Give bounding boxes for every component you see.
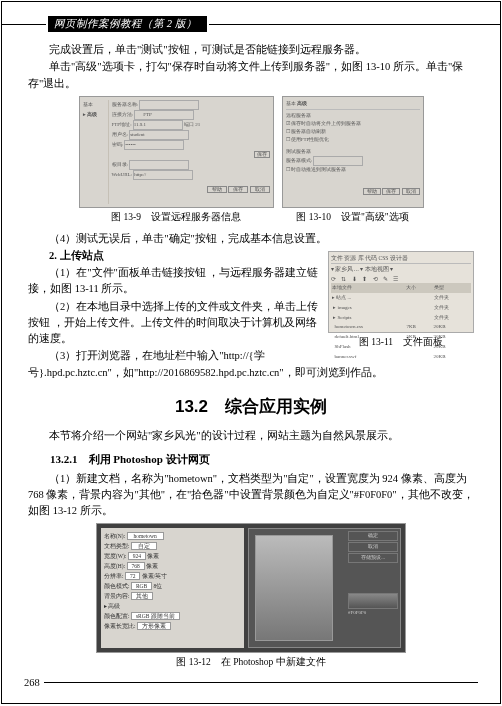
- section-title: 13.2 综合应用实例: [28, 394, 474, 420]
- page-footer: 268: [24, 677, 478, 688]
- figure-13-9: 基本▸ 高级 服务器名称: 连接方法: FTP FTP地址: 11.9.1 端口…: [79, 96, 274, 208]
- figure-13-11-wrap: 文件 资源 库 代码 CSS 设计器 ▾ 家乡风… ▾ 本地视图 ▾ ⟳ ⇅ ⬇…: [328, 251, 474, 354]
- page-header: 网页制作案例教程（第 2 版）: [2, 16, 500, 32]
- paragraph: （1）新建文档，名称为"hometown"，文档类型为"自定"，设置宽度为 92…: [28, 471, 474, 520]
- page-number: 268: [24, 677, 40, 688]
- page-content: 完成设置后，单击"测试"按钮，可测试是否能链接到远程服务器。 单击"高级"选项卡…: [2, 32, 500, 670]
- figure-row: 基本▸ 高级 服务器名称: 连接方法: FTP FTP地址: 11.9.1 端口…: [28, 96, 474, 229]
- figure-13-12: 名称(N): hometown 文档类型: 自定 宽度(W): 924 像素 高…: [96, 523, 406, 653]
- header-title: 网页制作案例教程（第 2 版）: [48, 16, 207, 32]
- paragraph: 本节将介绍一个网站"家乡风光"的设计过程，网站主题为自然风景展示。: [28, 428, 474, 444]
- paragraph: 完成设置后，单击"测试"按钮，可测试是否能链接到远程服务器。: [28, 42, 474, 58]
- figure-caption: 图 13-10 设置"高级"选项: [282, 210, 424, 225]
- subsection-title: 13.2.1 利用 Photoshop 设计网页: [50, 451, 474, 468]
- figure-13-10: 基本 高级 远程服务器 ☑ 保存时自动将文件上传到服务器 ☐ 服务器自动刷新 ☐…: [282, 96, 424, 208]
- figure-caption: 图 13-12 在 Photoshop 中新建文件: [28, 655, 474, 670]
- paragraph: （4）测试无误后，单击"确定"按钮，完成基本信息设置。: [28, 231, 474, 247]
- figure-13-11: 文件 资源 库 代码 CSS 设计器 ▾ 家乡风… ▾ 本地视图 ▾ ⟳ ⇅ ⬇…: [328, 251, 474, 333]
- paragraph: 单击"高级"选项卡，打勾"保存时自动将文件上传到服务器"，如图 13-10 所示…: [28, 59, 474, 92]
- figure-caption: 图 13-9 设置远程服务器信息: [79, 210, 274, 225]
